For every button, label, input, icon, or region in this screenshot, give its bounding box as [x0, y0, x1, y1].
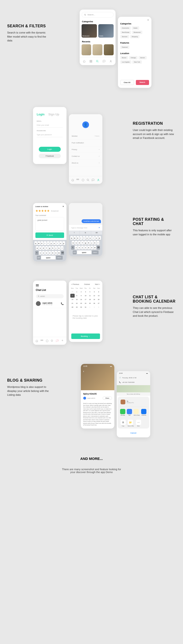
calendar-day[interactable]: 8: [75, 294, 79, 298]
calendar-day[interactable]: 3: [83, 290, 88, 294]
grid-icon[interactable]: [89, 60, 92, 63]
share-app[interactable]: Facebook: [141, 409, 146, 416]
recent-card[interactable]: [104, 44, 114, 55]
calendar-day[interactable]: 4: [88, 290, 92, 294]
key-n[interactable]: n: [54, 251, 57, 255]
pill[interactable]: Chicago: [129, 56, 138, 59]
calendar-day[interactable]: 17: [83, 298, 88, 302]
calendar-day[interactable]: 27: [96, 302, 101, 305]
backspace-key[interactable]: ⌫: [97, 246, 100, 250]
key-z[interactable]: z: [39, 251, 42, 255]
cancel-button[interactable]: Cancel: [118, 430, 149, 436]
calendar-day[interactable]: 29: [75, 305, 79, 309]
prev-button[interactable]: < Previous: [71, 284, 79, 285]
space-key[interactable]: space: [77, 250, 91, 254]
close-icon[interactable]: ✕: [62, 206, 64, 208]
shift-key[interactable]: ⇧: [35, 251, 38, 255]
action[interactable]: ⋯More: [136, 420, 141, 426]
calendar-day[interactable]: 5: [92, 290, 96, 294]
send-icon[interactable]: ➤: [99, 227, 100, 229]
pill[interactable]: Shopping: [130, 35, 140, 38]
key-k[interactable]: k: [94, 241, 96, 245]
menu-about[interactable]: About us›: [69, 160, 102, 166]
comment-textarea[interactable]: great product: [35, 217, 64, 230]
action[interactable]: ⎘Copy: [121, 420, 126, 426]
key-m[interactable]: m: [94, 246, 96, 250]
key-v[interactable]: v: [48, 251, 51, 255]
grid-icon[interactable]: [76, 178, 79, 182]
key-i[interactable]: i: [56, 241, 59, 245]
close-icon[interactable]: ✕: [147, 19, 149, 21]
login-button[interactable]: Login: [39, 147, 61, 152]
calendar-day[interactable]: 16: [79, 298, 83, 302]
clear-button[interactable]: Clear All: [120, 80, 134, 85]
key-m[interactable]: m: [58, 251, 60, 255]
key-w[interactable]: w: [73, 236, 76, 240]
tab-signup[interactable]: Sign Up: [48, 113, 59, 116]
key-s[interactable]: s: [75, 241, 77, 245]
search-input[interactable]: admin: [36, 294, 64, 298]
key-k[interactable]: k: [58, 246, 60, 250]
user-icon[interactable]: [97, 178, 100, 182]
airdrop-target[interactable]: TuMacBook Pro: [120, 398, 147, 407]
pill[interactable]: Hotels: [132, 26, 139, 30]
return-key[interactable]: return: [56, 256, 63, 260]
backspace-key[interactable]: ⌫: [61, 251, 64, 255]
share-button[interactable]: Share: [103, 396, 112, 400]
key-d[interactable]: d: [78, 241, 81, 245]
pill[interactable]: New York: [132, 60, 142, 64]
shift-key[interactable]: ⇧: [71, 246, 74, 250]
search-button[interactable]: Search: [136, 80, 149, 85]
facebook-button[interactable]: f Facebook: [39, 154, 61, 158]
map-icon[interactable]: [82, 178, 84, 182]
pill[interactable]: Restaurant: [132, 31, 142, 34]
menu-contact[interactable]: Contact us›: [69, 153, 102, 160]
key-g[interactable]: g: [84, 241, 87, 245]
menu-privacy[interactable]: Privacy›: [69, 146, 102, 153]
home-icon[interactable]: [35, 340, 38, 342]
key-z[interactable]: z: [75, 246, 77, 250]
email-field[interactable]: Enter your email: [37, 123, 63, 128]
password-field[interactable]: Type your password: [37, 133, 63, 137]
pill[interactable]: Featured: [120, 46, 129, 49]
home-icon[interactable]: [71, 178, 74, 182]
key-a[interactable]: a: [36, 246, 38, 250]
key-h[interactable]: h: [51, 246, 54, 250]
key-e[interactable]: e: [41, 241, 43, 245]
key-c[interactable]: c: [81, 246, 84, 250]
key-o[interactable]: o: [95, 236, 98, 240]
send-button[interactable]: ✈ Send: [35, 232, 64, 238]
calendar-day[interactable]: 14: [70, 298, 75, 302]
avatar[interactable]: 👤: [82, 122, 89, 128]
calendar-day[interactable]: 1: [88, 305, 92, 309]
key-n[interactable]: n: [90, 246, 93, 250]
calendar-day[interactable]: 1: [75, 290, 79, 294]
home-icon[interactable]: [83, 60, 86, 63]
action[interactable]: 📁Save to Files: [128, 420, 134, 426]
123-key[interactable]: 123: [37, 256, 41, 260]
calendar-day[interactable]: 11: [88, 294, 92, 298]
chat-input[interactable]: Type a message here➤: [69, 224, 102, 230]
key-d[interactable]: d: [42, 246, 45, 250]
return-key[interactable]: return: [92, 250, 99, 254]
key-x[interactable]: x: [42, 251, 45, 255]
key-s[interactable]: s: [39, 246, 42, 250]
suggestion[interactable]: is: [80, 230, 91, 234]
user-icon[interactable]: [109, 60, 112, 63]
suggestion[interactable]: ski: [91, 230, 102, 234]
calendar-day[interactable]: 7: [70, 294, 75, 298]
calendar-day[interactable]: 20: [96, 298, 101, 302]
key-f[interactable]: f: [45, 246, 48, 250]
key-r[interactable]: r: [80, 236, 82, 240]
calendar-day[interactable]: 9: [79, 294, 83, 298]
pill[interactable]: Boston: [120, 56, 128, 59]
category-card[interactable]: Restaurant: [82, 24, 97, 38]
search-icon[interactable]: [87, 178, 89, 182]
key-v[interactable]: v: [84, 246, 87, 250]
123-key[interactable]: 123: [73, 250, 77, 254]
key-i[interactable]: i: [92, 236, 95, 240]
calendar-day[interactable]: 30: [70, 290, 75, 294]
user-icon[interactable]: [61, 340, 64, 342]
calendar-day[interactable]: 15: [75, 298, 79, 302]
key-b[interactable]: b: [51, 251, 54, 255]
